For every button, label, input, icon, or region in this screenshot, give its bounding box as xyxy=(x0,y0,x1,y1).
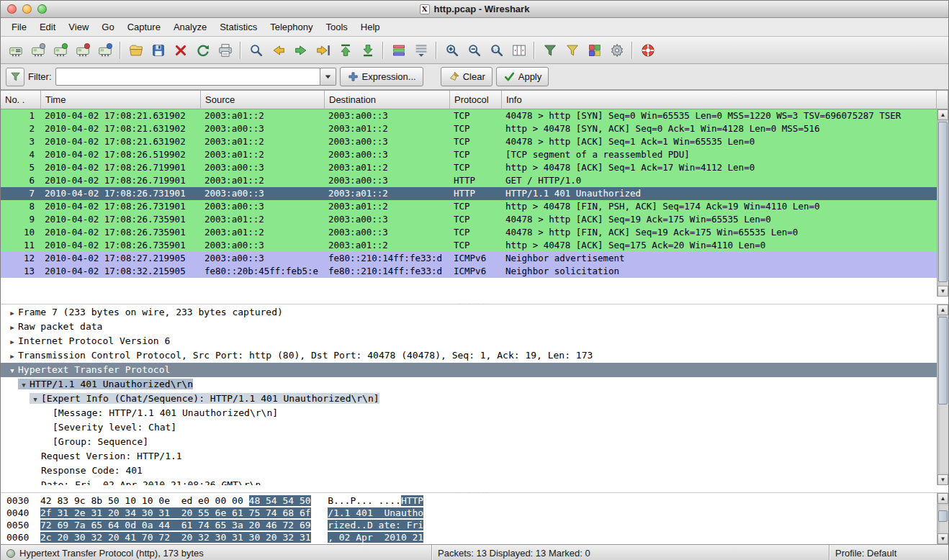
detail-row[interactable]: ▼[Expert Info (Chat/Sequence): HTTP/1.1 … xyxy=(1,392,937,406)
capture-filters-button[interactable] xyxy=(539,40,561,61)
detail-row[interactable]: ▶Frame 7 (233 bytes on wire, 233 bytes c… xyxy=(1,305,937,320)
apply-button[interactable]: Apply xyxy=(496,67,549,86)
scroll-up-button[interactable]: ▲ xyxy=(937,304,948,315)
column-header-no[interactable]: No. . xyxy=(1,91,41,109)
detail-row[interactable]: [Message: HTTP/1.1 401 Unauthorized\r\n] xyxy=(1,406,937,420)
print-button[interactable] xyxy=(214,40,236,61)
window-zoom-button[interactable] xyxy=(37,4,47,14)
scroll-down-button[interactable]: ▼ xyxy=(937,533,948,544)
packet-row-7[interactable]: 72010-04-02 17:08:26.7319012003:a00::320… xyxy=(1,187,937,200)
resize-columns-button[interactable] xyxy=(508,40,530,61)
menu-go[interactable]: Go xyxy=(95,19,120,35)
hex-scrollbar[interactable]: ▲▼ xyxy=(937,493,948,544)
expression-button[interactable]: Expression... xyxy=(340,67,423,86)
menu-tools[interactable]: Tools xyxy=(319,19,354,35)
clear-button[interactable]: Clear xyxy=(441,67,493,86)
hex-row-0040[interactable]: 0040 2f 31 2e 31 20 34 30 31 20 55 6e 61… xyxy=(6,507,937,519)
help-button[interactable] xyxy=(637,40,659,61)
detail-row[interactable]: Date: Fri, 02 Apr 2010 21:08:26 GMT\r\n xyxy=(1,478,937,485)
display-filters-button[interactable] xyxy=(561,40,583,61)
scroll-thumb[interactable] xyxy=(938,122,948,282)
expander-closed-icon[interactable]: ▶ xyxy=(6,349,18,363)
hex-row-0050[interactable]: 0050 72 69 7a 65 64 0d 0a 44 61 74 65 3a… xyxy=(6,519,937,531)
list-interfaces-button[interactable] xyxy=(4,40,27,61)
scroll-up-button[interactable]: ▲ xyxy=(937,493,948,504)
expander-closed-icon[interactable]: ▶ xyxy=(6,306,18,320)
go-to-packet-button[interactable] xyxy=(312,40,334,61)
hex-row-0030[interactable]: 0030 42 83 9c 8b 50 10 10 0e ed e0 00 00… xyxy=(6,494,937,507)
detail-row[interactable]: [Group: Sequence] xyxy=(1,435,937,449)
coloring-rules-button[interactable] xyxy=(583,40,606,61)
detail-row[interactable]: [Severity level: Chat] xyxy=(1,420,937,435)
expert-info-indicator[interactable] xyxy=(6,549,15,558)
capture-restart-button[interactable] xyxy=(94,40,116,61)
details-scrollbar[interactable]: ▲▼ xyxy=(937,304,948,485)
detail-row[interactable]: ▶Internet Protocol Version 6 xyxy=(1,334,937,348)
filter-dropdown-button[interactable] xyxy=(320,68,336,86)
menu-edit[interactable]: Edit xyxy=(33,19,62,35)
packet-row-1[interactable]: 12010-04-02 17:08:21.6319022003:a01::220… xyxy=(1,109,937,122)
detail-row[interactable]: ▼Hypertext Transfer Protocol xyxy=(1,363,937,377)
expander-open-icon[interactable]: ▼ xyxy=(30,392,41,407)
packet-row-8[interactable]: 82010-04-02 17:08:26.7319012003:a00::320… xyxy=(1,200,937,213)
colorize-button[interactable] xyxy=(387,40,410,61)
detail-row[interactable]: Response Code: 401 xyxy=(1,464,937,478)
menu-view[interactable]: View xyxy=(62,19,95,35)
packet-row-10[interactable]: 102010-04-02 17:08:26.7359012003:a01::22… xyxy=(1,226,937,239)
close-file-button[interactable] xyxy=(169,40,192,61)
menu-file[interactable]: File xyxy=(5,19,33,35)
scroll-thumb[interactable] xyxy=(938,317,948,405)
scroll-track[interactable] xyxy=(937,504,948,533)
pane-splitter-top[interactable]: ······· xyxy=(1,297,948,304)
menu-help[interactable]: Help xyxy=(354,19,387,35)
packet-row-2[interactable]: 22010-04-02 17:08:21.6319022003:a00::320… xyxy=(1,122,937,135)
reload-file-button[interactable] xyxy=(192,40,214,61)
expander-open-icon[interactable]: ▼ xyxy=(18,378,30,392)
scroll-up-button[interactable]: ▲ xyxy=(937,109,948,120)
capture-start-button[interactable] xyxy=(49,40,71,61)
column-header-destination[interactable]: Destination xyxy=(325,91,450,109)
packet-row-12[interactable]: 122010-04-02 17:08:27.2199052003:a00::3f… xyxy=(1,252,937,265)
pane-splitter-bottom[interactable]: ······· xyxy=(1,485,948,492)
zoom-out-button[interactable] xyxy=(463,40,485,61)
find-packet-button[interactable] xyxy=(245,40,267,61)
packet-row-13[interactable]: 132010-04-02 17:08:32.215905fe80::20b:45… xyxy=(1,265,937,278)
auto-scroll-button[interactable] xyxy=(410,40,432,61)
save-file-button[interactable] xyxy=(147,40,169,61)
column-header-source[interactable]: Source xyxy=(201,91,325,109)
detail-row[interactable]: ▶Raw packet data xyxy=(1,320,937,334)
detail-row[interactable]: Request Version: HTTP/1.1 xyxy=(1,449,937,464)
menu-statistics[interactable]: Statistics xyxy=(213,19,264,35)
packet-row-5[interactable]: 52010-04-02 17:08:26.7199012003:a00::320… xyxy=(1,161,937,174)
packet-row-11[interactable]: 112010-04-02 17:08:26.7359012003:a00::32… xyxy=(1,239,937,252)
zoom-in-button[interactable] xyxy=(441,40,463,61)
column-header-protocol[interactable]: Protocol xyxy=(450,91,502,109)
status-profile[interactable]: Profile: Default xyxy=(835,548,896,559)
go-to-bottom-button[interactable] xyxy=(356,40,379,61)
menu-capture[interactable]: Capture xyxy=(121,19,167,35)
scroll-down-button[interactable]: ▼ xyxy=(937,286,948,297)
window-minimize-button[interactable] xyxy=(22,4,32,14)
scroll-down-button[interactable]: ▼ xyxy=(937,474,948,485)
column-header-info[interactable]: Info xyxy=(502,91,937,109)
expander-open-icon[interactable]: ▼ xyxy=(6,363,18,378)
scroll-track[interactable] xyxy=(937,315,948,474)
packet-row-4[interactable]: 42010-04-02 17:08:26.5199022003:a01::220… xyxy=(1,148,937,161)
go-to-top-button[interactable] xyxy=(334,40,356,61)
open-file-button[interactable] xyxy=(125,40,147,61)
preferences-button[interactable] xyxy=(606,40,628,61)
column-header-time[interactable]: Time xyxy=(41,91,201,109)
hex-row-0060[interactable]: 0060 2c 20 30 32 20 41 70 72 20 32 30 31… xyxy=(6,531,937,543)
zoom-100-button[interactable]: 1:1 xyxy=(485,40,508,61)
packet-row-6[interactable]: 62010-04-02 17:08:26.7199012003:a01::220… xyxy=(1,174,937,187)
scroll-thumb[interactable] xyxy=(938,510,948,522)
capture-options-button[interactable] xyxy=(27,40,49,61)
filter-input[interactable] xyxy=(55,68,320,86)
detail-row[interactable]: ▶Transmission Control Protocol, Src Port… xyxy=(1,348,937,363)
menu-analyze[interactable]: Analyze xyxy=(167,19,213,35)
expander-closed-icon[interactable]: ▶ xyxy=(6,320,18,335)
packet-list-scrollbar[interactable]: ▲▼ xyxy=(937,109,948,297)
filter-bookmark-button[interactable] xyxy=(6,68,24,86)
packet-row-3[interactable]: 32010-04-02 17:08:21.6319022003:a01::220… xyxy=(1,135,937,148)
go-back-button[interactable] xyxy=(267,40,289,61)
